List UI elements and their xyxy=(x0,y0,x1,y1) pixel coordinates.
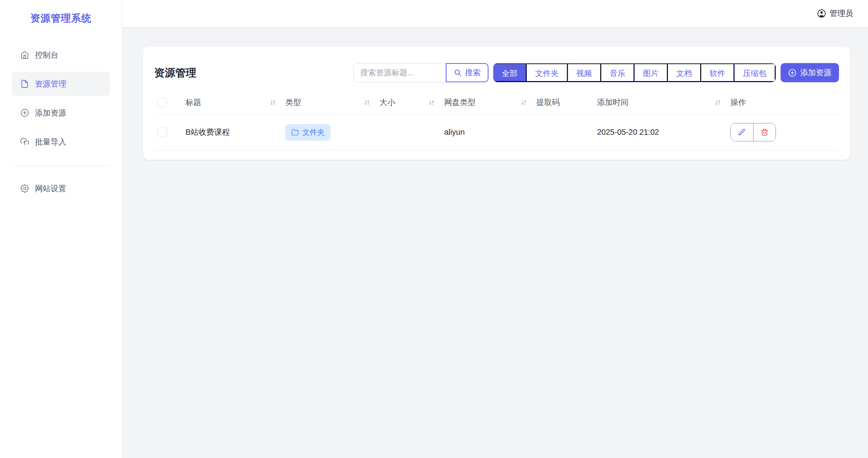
folder-icon xyxy=(291,129,299,136)
sort-icon[interactable] xyxy=(428,99,436,107)
sidebar-nav: 控制台 资源管理 添加资源 批量导入 网站设置 xyxy=(0,43,122,201)
content-area: 资源管理 搜索 全部 文件夹 视频 xyxy=(122,27,868,458)
row-checkbox[interactable] xyxy=(158,128,167,137)
sidebar-item-label: 资源管理 xyxy=(35,79,66,89)
toolbar: 搜索 全部 文件夹 视频 音乐 图片 文档 软件 压缩包 xyxy=(353,63,839,82)
column-added-time: 添加时间 xyxy=(597,97,628,108)
filter-archive[interactable]: 压缩包 xyxy=(734,63,775,82)
search-icon xyxy=(454,69,462,77)
column-disk-type: 网盘类型 xyxy=(444,97,476,108)
sidebar-item-label: 批量导入 xyxy=(35,137,66,147)
card-header: 资源管理 搜索 全部 文件夹 视频 xyxy=(154,58,839,86)
resource-added-time: 2025-05-20 21:02 xyxy=(597,128,659,136)
filter-video[interactable]: 视频 xyxy=(568,63,601,82)
pencil-icon xyxy=(738,128,746,136)
file-icon xyxy=(20,80,29,88)
column-size: 大小 xyxy=(380,97,395,108)
gear-icon xyxy=(20,184,29,193)
app-brand: 资源管理系统 xyxy=(0,0,122,25)
column-actions: 操作 xyxy=(730,98,746,107)
type-badge: 文件夹 xyxy=(285,124,330,141)
sort-icon[interactable] xyxy=(520,99,528,107)
column-title: 标题 xyxy=(185,97,201,108)
home-icon xyxy=(20,51,29,59)
topbar: 管理员 xyxy=(122,0,868,27)
sidebar-item-label: 控制台 xyxy=(35,50,58,60)
delete-button[interactable] xyxy=(753,123,775,141)
column-type: 类型 xyxy=(285,97,301,108)
user-label: 管理员 xyxy=(830,8,853,19)
plus-circle-icon xyxy=(788,69,797,77)
sidebar: 资源管理系统 控制台 资源管理 添加资源 批量导入 xyxy=(0,0,122,458)
trash-icon xyxy=(761,129,768,136)
search-button[interactable]: 搜索 xyxy=(446,63,488,82)
user-menu[interactable]: 管理员 xyxy=(817,8,853,19)
page-title: 资源管理 xyxy=(154,66,196,80)
filter-all[interactable]: 全部 xyxy=(494,63,527,82)
type-badge-label: 文件夹 xyxy=(302,127,325,138)
filter-music[interactable]: 音乐 xyxy=(601,63,634,82)
resource-card: 资源管理 搜索 全部 文件夹 视频 xyxy=(143,47,850,160)
add-resource-label: 添加资源 xyxy=(800,67,832,78)
sidebar-divider xyxy=(13,166,109,166)
add-resource-button[interactable]: 添加资源 xyxy=(781,63,839,82)
filter-folder[interactable]: 文件夹 xyxy=(527,63,568,82)
main-column: 管理员 资源管理 搜索 xyxy=(122,0,868,458)
row-action-group xyxy=(730,123,776,141)
search-input[interactable] xyxy=(353,63,446,82)
sort-icon[interactable] xyxy=(714,99,722,107)
column-extract-code: 提取码 xyxy=(536,98,560,107)
user-circle-icon xyxy=(817,9,826,18)
sidebar-item-site-settings[interactable]: 网站设置 xyxy=(12,176,110,201)
table-header-row: 标题 类型 大小 网盘类型 xyxy=(154,96,839,114)
resource-title: B站收费课程 xyxy=(185,128,230,136)
sort-icon[interactable] xyxy=(363,99,371,107)
sidebar-item-batch-import[interactable]: 批量导入 xyxy=(12,130,110,154)
cloud-upload-icon xyxy=(20,138,29,146)
sidebar-item-add-resource[interactable]: 添加资源 xyxy=(12,101,110,125)
type-filter-group: 全部 文件夹 视频 音乐 图片 文档 软件 压缩包 xyxy=(493,63,776,82)
sidebar-item-console[interactable]: 控制台 xyxy=(12,43,110,67)
sort-icon[interactable] xyxy=(269,99,277,107)
select-all-checkbox[interactable] xyxy=(158,98,167,107)
filter-document[interactable]: 文档 xyxy=(668,63,701,82)
resource-disk-type: aliyun xyxy=(444,128,465,136)
table-row: B站收费课程 文件夹 aliyun 2025-05 xyxy=(154,114,839,150)
sidebar-item-resources[interactable]: 资源管理 xyxy=(12,72,110,96)
filter-image[interactable]: 图片 xyxy=(634,63,668,82)
edit-button[interactable] xyxy=(731,123,753,141)
filter-software[interactable]: 软件 xyxy=(701,63,734,82)
search-group: 搜索 xyxy=(353,63,488,82)
sidebar-item-label: 网站设置 xyxy=(35,183,66,194)
sidebar-item-label: 添加资源 xyxy=(35,108,66,118)
resource-table: 标题 类型 大小 网盘类型 xyxy=(154,96,839,150)
search-button-label: 搜索 xyxy=(465,67,481,78)
plus-circle-icon xyxy=(20,109,29,117)
